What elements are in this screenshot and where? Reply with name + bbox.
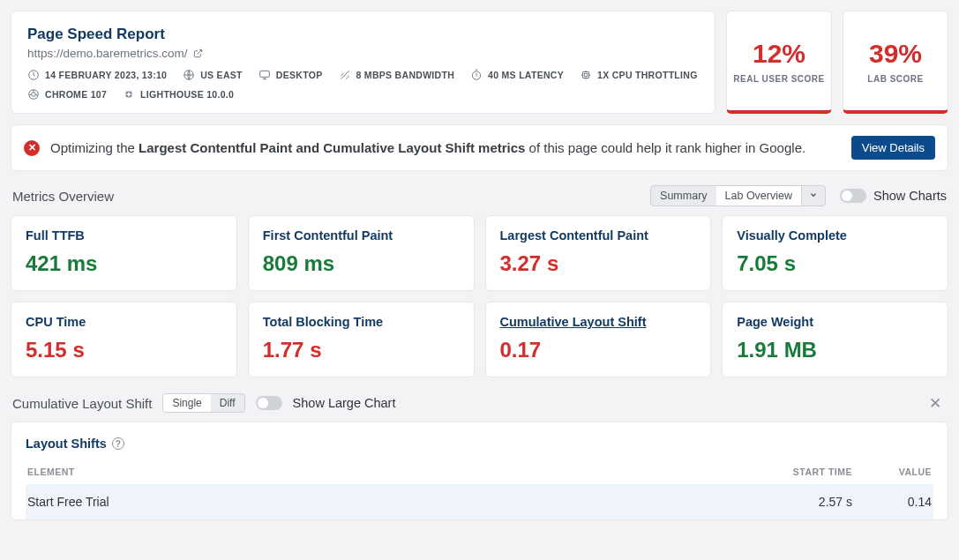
- meta-browser: CHROME 107: [27, 88, 107, 101]
- overview-lab-option[interactable]: Lab Overview: [716, 186, 801, 205]
- metric-card[interactable]: Visually Complete7.05 s: [722, 215, 948, 291]
- alert-text-post: of this page could help it rank higher i…: [525, 140, 805, 155]
- show-charts-label: Show Charts: [873, 189, 947, 203]
- layout-shifts-title: Layout Shifts ?: [26, 437, 933, 451]
- real-user-score-value: 12%: [753, 41, 805, 67]
- meta-lighthouse: LIGHTHOUSE 10.0.0: [123, 88, 234, 101]
- layout-shifts-title-text: Layout Shifts: [26, 437, 107, 451]
- metric-label: Visually Complete: [737, 228, 933, 243]
- metric-label: Full TTFB: [26, 228, 222, 243]
- lab-score-value: 39%: [869, 41, 922, 67]
- metric-card[interactable]: Full TTFB421 ms: [11, 215, 237, 291]
- col-element: ELEMENT: [26, 461, 757, 484]
- show-large-chart-label: Show Large Chart: [293, 396, 396, 410]
- globe-icon: [183, 69, 195, 81]
- desktop-icon: [258, 69, 271, 81]
- svg-rect-6: [584, 73, 588, 77]
- cls-single-option[interactable]: Single: [163, 394, 210, 412]
- bandwidth-icon: [339, 69, 351, 81]
- metrics-grid: Full TTFB421 msFirst Contentful Paint809…: [11, 215, 948, 377]
- metric-card[interactable]: Total Blocking Time1.77 s: [248, 302, 475, 377]
- real-user-score-label: REAL USER SCORE: [733, 74, 824, 84]
- latency-icon: [470, 69, 483, 81]
- overview-dropdown-caret[interactable]: [801, 186, 825, 205]
- svg-point-13: [130, 95, 131, 96]
- metric-value: 3.27 s: [500, 251, 697, 276]
- alert-text-pre: Optimizing the: [50, 140, 139, 155]
- cls-close-button[interactable]: ✕: [924, 394, 947, 413]
- page-url-text: https://demo.baremetrics.com/: [27, 47, 188, 60]
- meta-region: US EAST: [183, 69, 243, 81]
- svg-point-8: [32, 93, 36, 97]
- cell-value: 0.14: [854, 484, 933, 519]
- meta-browser-text: CHROME 107: [45, 89, 107, 100]
- metric-value: 0.17: [500, 338, 697, 362]
- cls-section-title: Cumulative Layout Shift: [12, 396, 152, 411]
- metric-label: Cumulative Layout Shift: [500, 315, 697, 329]
- metric-value: 7.05 s: [737, 251, 933, 276]
- lab-score-card[interactable]: 39% LAB SCORE: [843, 11, 948, 114]
- metric-value: 1.91 MB: [737, 338, 933, 362]
- metric-value: 809 ms: [263, 251, 460, 276]
- table-row[interactable]: Start Free Trial2.57 s0.14: [26, 484, 933, 519]
- meta-device-text: DESKTOP: [276, 70, 323, 80]
- meta-latency-text: 40 MS LATENCY: [488, 70, 564, 80]
- metric-label: Page Weight: [737, 315, 933, 329]
- overview-mode-segment: Summary Lab Overview: [650, 185, 826, 206]
- meta-latency: 40 MS LATENCY: [470, 69, 564, 81]
- alert-text-bold: Largest Contentful Paint and Cumulative …: [139, 140, 525, 155]
- clock-icon: [27, 69, 40, 81]
- layout-shifts-panel: Layout Shifts ? ELEMENT START TIME VALUE…: [11, 422, 948, 520]
- external-link-icon: [193, 49, 203, 58]
- alert-text: Optimizing the Largest Contentful Paint …: [50, 140, 841, 155]
- cls-mode-segment: Single Diff: [162, 393, 244, 413]
- svg-rect-5: [583, 72, 589, 78]
- page-url[interactable]: https://demo.baremetrics.com/: [27, 47, 699, 60]
- metric-label: Largest Contentful Paint: [500, 228, 697, 243]
- metric-card[interactable]: Largest Contentful Paint3.27 s: [485, 215, 712, 291]
- svg-point-11: [130, 93, 131, 93]
- show-charts-toggle[interactable]: [840, 189, 866, 203]
- metric-label: Total Blocking Time: [263, 315, 460, 329]
- metric-value: 421 ms: [26, 251, 222, 276]
- meta-bandwidth-text: 8 MBPS BANDWIDTH: [356, 70, 455, 80]
- metric-label: CPU Time: [26, 315, 222, 329]
- metric-card[interactable]: First Contentful Paint809 ms: [248, 215, 475, 291]
- overview-summary-option[interactable]: Summary: [651, 186, 716, 205]
- cpu-icon: [580, 69, 592, 81]
- real-user-score-card[interactable]: 12% REAL USER SCORE: [726, 11, 832, 114]
- meta-bandwidth: 8 MBPS BANDWIDTH: [339, 69, 455, 81]
- report-header-card: Page Speed Report https://demo.baremetri…: [11, 11, 716, 114]
- meta-timestamp-text: 14 FEBRUARY 2023, 13:10: [45, 70, 167, 80]
- cls-diff-option[interactable]: Diff: [211, 394, 244, 412]
- metrics-overview-header: Metrics Overview Summary Lab Overview Sh…: [12, 185, 947, 206]
- chrome-icon: [27, 88, 40, 101]
- show-large-chart-toggle[interactable]: [256, 396, 282, 410]
- alert-error-icon: ✕: [24, 140, 40, 156]
- col-start-time: START TIME: [757, 461, 854, 484]
- svg-rect-3: [260, 71, 270, 77]
- svg-line-0: [197, 49, 201, 54]
- metric-value: 1.77 s: [263, 338, 460, 362]
- lab-score-label: LAB SCORE: [867, 74, 923, 84]
- metric-card[interactable]: CPU Time5.15 s: [11, 302, 237, 377]
- lighthouse-icon: [123, 88, 135, 101]
- metrics-overview-title: Metrics Overview: [12, 189, 650, 204]
- cell-start-time: 2.57 s: [757, 484, 854, 519]
- view-details-button[interactable]: View Details: [851, 136, 935, 160]
- meta-cpu-text: 1X CPU THROTTLING: [597, 70, 698, 80]
- cwv-alert: ✕ Optimizing the Largest Contentful Pain…: [11, 124, 948, 171]
- chevron-down-icon: [809, 190, 818, 199]
- meta-cpu: 1X CPU THROTTLING: [580, 69, 698, 81]
- metric-card[interactable]: Cumulative Layout Shift0.17: [485, 302, 712, 377]
- metric-value: 5.15 s: [26, 338, 222, 362]
- metric-card[interactable]: Page Weight1.91 MB: [722, 302, 948, 377]
- col-value: VALUE: [854, 461, 933, 484]
- svg-point-10: [127, 93, 128, 93]
- metric-label: First Contentful Paint: [263, 228, 460, 243]
- page-title: Page Speed Report: [27, 26, 699, 43]
- info-icon[interactable]: ?: [112, 437, 124, 450]
- layout-shifts-table: ELEMENT START TIME VALUE Start Free Tria…: [26, 461, 933, 519]
- meta-region-text: US EAST: [200, 70, 243, 80]
- meta-row: 14 FEBRUARY 2023, 13:10 US EAST DESKTOP …: [27, 69, 699, 101]
